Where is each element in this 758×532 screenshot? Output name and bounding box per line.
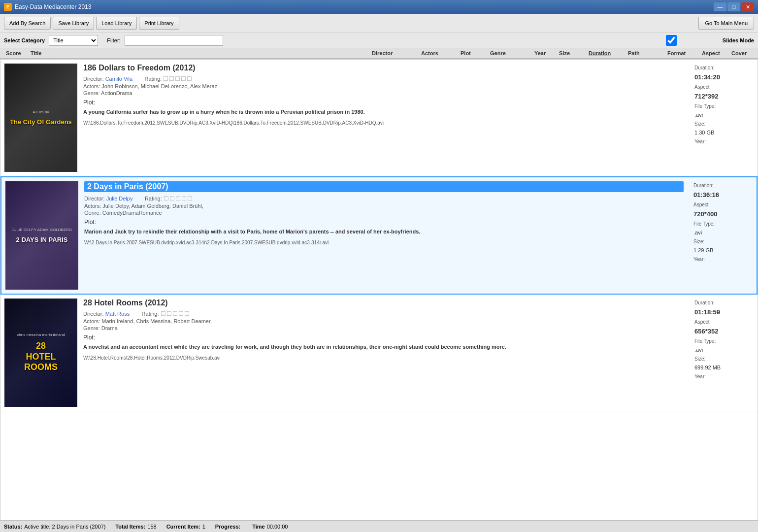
- detail-filetype: .avi: [693, 228, 753, 237]
- detail-filetype-label: File Type:: [694, 337, 754, 345]
- movie-poster: JULIE DELPY ADAM GOLDBERG 2 DAYS IN PARI…: [5, 181, 78, 290]
- time-value: 00:00:00: [267, 524, 288, 530]
- load-library-button[interactable]: Load Library: [96, 17, 137, 30]
- detail-size-label: Size:: [694, 355, 754, 363]
- current-item-value: 1: [202, 524, 205, 530]
- movie-list[interactable]: A Film by The City Of Gardens 186 Dollar…: [0, 59, 758, 532]
- movie-actors: Actors: John Robinson, Michael DeLorenzo…: [83, 83, 685, 89]
- movie-director: Director: Matt Ross Rating: ☐☐☐☐☐: [83, 310, 685, 317]
- table-row[interactable]: JULIE DELPY ADAM GOLDBERG 2 DAYS IN PARI…: [0, 176, 758, 295]
- detail-duration-label: Duration:: [694, 299, 754, 307]
- detail-aspect: 712*392: [694, 91, 754, 102]
- current-item-item: Current Item: 1: [166, 524, 205, 530]
- detail-duration: 01:36:16: [693, 190, 753, 200]
- col-header-score[interactable]: Score: [4, 50, 29, 57]
- movie-info: 2 Days in Paris (2007)Director: Julie De…: [84, 181, 688, 290]
- detail-year-label: Year:: [693, 255, 753, 264]
- movie-plot-text: Marion and Jack try to rekindle their re…: [84, 228, 684, 236]
- col-header-director[interactable]: Director: [370, 50, 419, 57]
- movie-genre: Genre: Drama: [83, 325, 685, 331]
- movie-actors: Actors: Marin Ireland, Chris Messina, Ro…: [83, 318, 685, 324]
- toolbar: Add By Search Save Library Load Library …: [0, 14, 758, 33]
- current-item-label: Current Item:: [166, 524, 200, 530]
- detail-filetype-label: File Type:: [693, 220, 753, 228]
- detail-size: 1.29 GB: [693, 246, 753, 255]
- status-item: Status: Active title: 2 Days in Paris (2…: [4, 524, 105, 530]
- slides-mode-label[interactable]: Slides Mode: [723, 37, 754, 43]
- table-row[interactable]: A Film by The City Of Gardens 186 Dollar…: [0, 60, 758, 176]
- detail-size-label: Size:: [693, 237, 753, 246]
- detail-aspect-label: Aspect: [694, 318, 754, 326]
- progress-label: Progress:: [215, 524, 240, 530]
- movie-actors: Actors: Julie Delpy, Adam Goldberg, Dani…: [84, 203, 684, 209]
- total-items-item: Total Items: 158: [115, 524, 156, 530]
- detail-filetype: .avi: [694, 110, 754, 120]
- detail-year-label: Year:: [694, 372, 754, 381]
- statusbar: Status: Active title: 2 Days in Paris (2…: [0, 520, 758, 532]
- movie-details: Duration: 01:18:59 Aspect 656*352 File T…: [694, 299, 754, 407]
- movie-poster: A Film by The City Of Gardens: [4, 64, 77, 172]
- filterbar: Select Category Title Filter: Slides Mod…: [0, 33, 758, 48]
- movie-plot-text: A young California surfer has to grow up…: [83, 108, 685, 116]
- progress-item: Progress:: [215, 524, 242, 530]
- detail-filetype-label: File Type:: [694, 102, 754, 110]
- filter-input[interactable]: [125, 35, 223, 46]
- add-by-search-button[interactable]: Add By Search: [4, 17, 51, 30]
- movie-poster: chris messina marin ireland 28 HOTEL ROO…: [4, 299, 77, 407]
- movie-path: W:\2.Days.In.Paris.2007.SWESUB.dvdrip.xv…: [84, 240, 684, 245]
- col-header-duration[interactable]: Duration: [587, 50, 626, 57]
- movie-info: 28 Hotel Rooms (2012)Director: Matt Ross…: [83, 299, 689, 407]
- detail-duration-label: Duration:: [694, 64, 754, 72]
- detail-duration: 01:18:59: [694, 307, 754, 318]
- app-icon: E: [4, 3, 12, 11]
- movie-title: 2 Days in Paris (2007): [84, 181, 684, 192]
- status-value: Active title: 2 Days in Paris (2007): [24, 524, 105, 530]
- detail-year-label: Year:: [694, 137, 754, 146]
- detail-filetype: .avi: [694, 345, 754, 355]
- total-items-value: 158: [147, 524, 156, 530]
- col-header-cover[interactable]: Cover: [729, 50, 754, 57]
- col-header-actors[interactable]: Actors: [419, 50, 459, 57]
- col-header-path[interactable]: Path: [626, 50, 665, 57]
- category-select[interactable]: Title: [49, 35, 98, 46]
- time-label: Time: [252, 524, 264, 530]
- select-category-label: Select Category: [4, 37, 45, 43]
- detail-aspect-label: Aspect: [693, 200, 753, 209]
- slides-mode-checkbox[interactable]: [622, 35, 721, 46]
- goto-main-menu-button[interactable]: Go To Main Menu: [698, 17, 754, 30]
- detail-size-label: Size:: [694, 120, 754, 128]
- movie-director: Director: Camilo Vila Rating: ☐☐☐☐☐: [83, 75, 685, 82]
- table-row[interactable]: chris messina marin ireland 28 HOTEL ROO…: [0, 295, 758, 411]
- movie-genre: Genre: ComedyDramaRomance: [84, 210, 684, 216]
- detail-size: 1.30 GB: [694, 128, 754, 137]
- col-header-aspect[interactable]: Aspect: [700, 50, 729, 57]
- col-header-title[interactable]: Title: [29, 50, 370, 57]
- detail-aspect: 720*400: [693, 209, 753, 220]
- window-controls: — □ ✕: [714, 2, 754, 11]
- maximize-button[interactable]: □: [727, 2, 740, 11]
- total-items-label: Total Items:: [115, 524, 145, 530]
- column-headers: Score Title Director Actors Plot Genre Y…: [0, 48, 758, 59]
- movie-details: Duration: 01:34:20 Aspect 712*392 File T…: [694, 64, 754, 172]
- movie-path: W:\186.Dollars.To.Freedom.2012.SWESUB.DV…: [83, 120, 685, 126]
- movie-title: 186 Dollars to Freedom (2012): [83, 64, 685, 72]
- save-library-button[interactable]: Save Library: [53, 17, 94, 30]
- filter-label: Filter:: [107, 37, 121, 43]
- movie-path: W:\28.Hotel.Rooms\28.Hotel.Rooms.2012.DV…: [83, 355, 685, 361]
- movie-info: 186 Dollars to Freedom (2012)Director: C…: [83, 64, 689, 172]
- col-header-year[interactable]: Year: [532, 50, 557, 57]
- col-header-size[interactable]: Size: [557, 50, 587, 57]
- time-item: Time 00:00:00: [252, 524, 288, 530]
- movie-details: Duration: 01:36:16 Aspect 720*400 File T…: [693, 181, 753, 290]
- col-header-format[interactable]: Format: [665, 50, 700, 57]
- col-header-genre[interactable]: Genre: [488, 50, 532, 57]
- minimize-button[interactable]: —: [714, 2, 726, 11]
- col-header-plot[interactable]: Plot: [459, 50, 488, 57]
- movie-plot-label: Plot:: [83, 334, 685, 341]
- movie-plot-text: A novelist and an accountant meet while …: [83, 343, 685, 351]
- print-library-button[interactable]: Print Library: [139, 17, 179, 30]
- detail-duration-label: Duration:: [693, 181, 753, 190]
- detail-aspect-label: Aspect: [694, 83, 754, 91]
- close-button[interactable]: ✕: [741, 2, 754, 11]
- status-label: Status:: [4, 524, 22, 530]
